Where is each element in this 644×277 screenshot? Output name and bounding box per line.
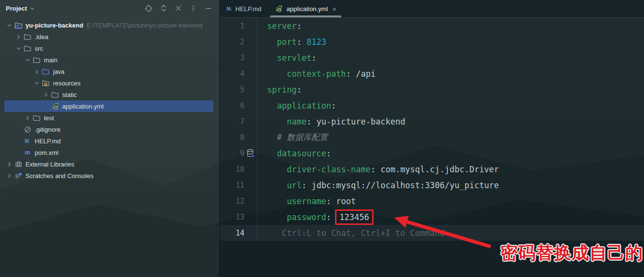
chevron-right-icon[interactable] (32, 68, 41, 75)
code-line: 10 driver-class-name: com.mysql.cj.jdbc.… (220, 161, 644, 177)
chevron-down-icon (29, 6, 35, 12)
chevron-right-icon[interactable] (23, 114, 32, 122)
tree-item-idea[interactable]: .idea (0, 31, 219, 42)
tree-item-label: Scratches and Consoles (26, 172, 94, 180)
code-line: 3 servlet: (220, 50, 644, 66)
tree-item-label: test (44, 114, 54, 122)
datasource-gutter-icon[interactable] (246, 149, 255, 158)
tree-item-resources[interactable]: resources (0, 77, 219, 89)
gutter (244, 180, 257, 191)
line-number: 10 (220, 165, 244, 174)
tree-item-label: .gitignore (35, 126, 60, 133)
gutter (244, 132, 257, 143)
code-text: server: (257, 21, 302, 31)
chevron-down-icon[interactable] (14, 44, 23, 52)
gutter (244, 37, 257, 47)
line-number: 12 (220, 197, 244, 206)
gutter (244, 21, 257, 31)
more-options-icon[interactable] (189, 4, 198, 13)
chevron-down-icon[interactable] (23, 56, 32, 64)
code-line: 12 username: root (220, 193, 644, 209)
project-tool-window: Project yu-picture-backend E:\TEMPLATE\p… (0, 0, 219, 277)
project-panel-title: Project (6, 5, 27, 12)
code-editor[interactable]: 1 server: 2 port: 8123 3 servlet: 4 cont… (220, 18, 644, 241)
line-number: 13 (220, 213, 244, 222)
line-number: 14 (220, 229, 244, 237)
tree-item-label: HELP.md (35, 138, 61, 145)
maven-file-icon: m (23, 149, 32, 156)
line-number: 1 (220, 22, 244, 30)
chevron-right-icon[interactable] (14, 33, 23, 41)
line-number: 8 (220, 133, 244, 142)
chevron-down-icon[interactable] (5, 21, 13, 29)
code-text: username: root (257, 196, 356, 206)
tree-item-external-libraries[interactable]: External Libraries (0, 158, 219, 170)
code-text: password: 123456 (257, 212, 373, 222)
tree-item-label: pom.xml (35, 149, 58, 156)
tab-help-md[interactable]: M↓ HELP.md (220, 0, 268, 17)
gutter (244, 212, 257, 222)
line-number: 6 (220, 101, 244, 110)
gutter (244, 53, 257, 63)
spring-boot-yml-icon (275, 5, 283, 13)
password-highlight-box: 123456 (335, 209, 373, 225)
code-text: servlet: (257, 53, 316, 63)
tree-item-test[interactable]: test (0, 112, 219, 124)
code-text: # 数据库配置 (257, 132, 328, 143)
hide-panel-icon[interactable] (204, 4, 213, 13)
tab-label: application.yml (286, 5, 328, 13)
tree-item-java[interactable]: java (0, 66, 219, 77)
tree-item-main[interactable]: main (0, 54, 219, 66)
project-view-selector[interactable]: Project (6, 5, 35, 12)
tab-label: HELP.md (235, 5, 261, 13)
code-line: 11 url: jdbc:mysql://localhost:3306/yu_p… (220, 177, 644, 193)
tree-item-src[interactable]: src (0, 42, 219, 54)
code-text: name: yu-picture-backend (257, 117, 405, 126)
line-number: 7 (220, 117, 244, 126)
ide-window: Project yu-picture-backend E:\TEMPLATE\p… (0, 0, 644, 277)
ignored-file-icon (23, 125, 32, 133)
expand-all-icon[interactable] (159, 4, 168, 13)
resources-folder-icon (41, 79, 51, 87)
code-text: datasource: (257, 149, 331, 158)
editor-area: M↓ HELP.md application.yml × 1 server: 2… (219, 0, 644, 277)
tree-item-label: .idea (35, 33, 48, 41)
chevron-right-icon[interactable] (5, 160, 13, 168)
close-icon[interactable]: × (332, 5, 336, 13)
tree-item-static[interactable]: static (0, 89, 219, 100)
folder-icon (32, 114, 41, 122)
tree-item-label: application.yml (62, 103, 104, 110)
folder-icon (32, 56, 41, 64)
code-text: url: jdbc:mysql://localhost:3306/yu_pict… (257, 180, 499, 190)
tab-application-yml[interactable]: application.yml × (268, 0, 343, 17)
tree-item-project-root[interactable]: yu-picture-backend E:\TEMPLATE\picture\y… (0, 19, 219, 31)
line-number: 3 (220, 54, 244, 62)
tree-item-application-yml[interactable]: application.yml (0, 100, 219, 112)
chevron-right-icon[interactable] (41, 91, 50, 98)
code-text: spring: (257, 85, 302, 95)
code-text: Ctrl⇧L to Chat, Ctrl+I to Command (257, 228, 444, 238)
collapse-all-icon[interactable] (174, 4, 183, 13)
tree-item-label: yu-picture-backend (26, 22, 83, 29)
chevron-down-icon[interactable] (32, 79, 41, 87)
tree-item-gitignore[interactable]: .gitignore (0, 124, 219, 135)
code-line: 5 spring: (220, 82, 644, 97)
code-line: 7 name: yu-picture-backend (220, 113, 644, 129)
code-text: context-path: /api (257, 69, 376, 79)
tree-item-scratches[interactable]: Scratches and Consoles (0, 170, 219, 181)
tree-item-help-md[interactable]: M↓ HELP.md (0, 135, 219, 147)
code-line: 1 server: (220, 18, 644, 34)
code-text: application: (257, 101, 336, 111)
spring-boot-yml-icon (50, 102, 60, 110)
gutter (244, 116, 257, 127)
code-text: port: 8123 (257, 37, 326, 47)
gutter (244, 196, 257, 207)
scratches-icon (13, 172, 23, 180)
code-line: 8 # 数据库配置 (220, 129, 644, 145)
gutter (244, 100, 257, 111)
locate-icon[interactable] (144, 4, 153, 13)
line-number: 2 (220, 38, 244, 46)
tree-item-pom-xml[interactable]: m pom.xml (0, 147, 219, 158)
folder-icon (23, 33, 32, 41)
chevron-right-icon[interactable] (5, 172, 13, 180)
